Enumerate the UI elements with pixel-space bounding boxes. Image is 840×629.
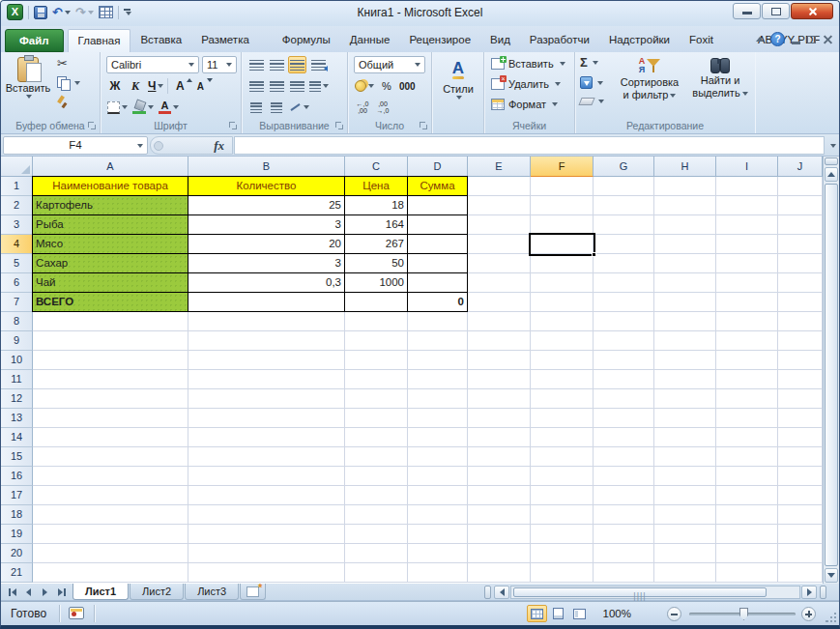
font-family-select[interactable]: Calibri bbox=[106, 56, 199, 73]
cell-E7[interactable] bbox=[468, 293, 531, 312]
cell-F19[interactable] bbox=[531, 525, 594, 544]
tab-Данные[interactable]: Данные bbox=[340, 29, 400, 52]
cell-I3[interactable] bbox=[716, 215, 778, 235]
sum-cell[interactable] bbox=[408, 235, 468, 254]
cell-G11[interactable] bbox=[594, 370, 654, 389]
sheet-tab-Лист2[interactable]: Лист2 bbox=[130, 584, 184, 600]
cell-I1[interactable] bbox=[716, 177, 778, 196]
cell-C18[interactable] bbox=[345, 505, 408, 525]
tab-Разметка ст[interactable]: Разметка ст bbox=[191, 29, 273, 52]
minimize-ribbon-icon[interactable] bbox=[756, 37, 764, 42]
cell-F13[interactable] bbox=[531, 409, 594, 428]
underline-button[interactable]: Ч bbox=[147, 77, 164, 95]
table-header-cell[interactable]: Наименование товара bbox=[33, 177, 188, 196]
cell-J18[interactable] bbox=[778, 505, 823, 525]
cell-G9[interactable] bbox=[594, 331, 654, 351]
quantity-cell[interactable]: 3 bbox=[188, 254, 345, 273]
clear-button[interactable] bbox=[580, 98, 604, 105]
cell-F16[interactable] bbox=[531, 467, 594, 486]
cell-B20[interactable] bbox=[188, 544, 345, 563]
row-header-14[interactable]: 14 bbox=[1, 428, 33, 447]
cell-I13[interactable] bbox=[716, 409, 778, 428]
product-name-cell[interactable]: Рыба bbox=[33, 215, 188, 235]
row-header-10[interactable]: 10 bbox=[1, 351, 33, 370]
cell-A9[interactable] bbox=[33, 331, 188, 351]
row-header-15[interactable]: 15 bbox=[1, 447, 33, 467]
align-left-button[interactable] bbox=[247, 77, 265, 95]
format-cells-button[interactable]: Формат bbox=[491, 99, 558, 110]
cell-C15[interactable] bbox=[345, 447, 408, 467]
price-cell[interactable] bbox=[345, 293, 408, 312]
tab-Надстройки[interactable]: Надстройки bbox=[599, 29, 680, 52]
table-header-cell[interactable]: Цена bbox=[345, 177, 408, 196]
row-header-20[interactable]: 20 bbox=[1, 544, 33, 563]
styles-button[interactable]: А Стили bbox=[437, 57, 479, 117]
name-box[interactable]: F4 bbox=[3, 136, 148, 155]
cell-J5[interactable] bbox=[778, 254, 823, 273]
align-top-button[interactable] bbox=[247, 56, 265, 73]
cell-F11[interactable] bbox=[531, 370, 594, 389]
orientation-button[interactable] bbox=[288, 99, 310, 116]
cell-I9[interactable] bbox=[716, 331, 778, 351]
cell-E10[interactable] bbox=[468, 351, 531, 370]
row-header-13[interactable]: 13 bbox=[1, 409, 33, 428]
cell-J10[interactable] bbox=[778, 351, 823, 370]
cell-B12[interactable] bbox=[188, 389, 345, 409]
cell-C19[interactable] bbox=[345, 525, 408, 544]
borders-button[interactable] bbox=[106, 99, 129, 116]
workbook-restore-icon[interactable] bbox=[807, 36, 816, 43]
cell-E15[interactable] bbox=[468, 447, 531, 467]
formula-input[interactable] bbox=[234, 136, 825, 155]
resize-grip[interactable] bbox=[825, 611, 837, 623]
cell-E12[interactable] bbox=[468, 389, 531, 409]
cell-H13[interactable] bbox=[654, 409, 716, 428]
cell-B18[interactable] bbox=[188, 505, 345, 525]
cell-G4[interactable] bbox=[594, 235, 654, 254]
cell-G10[interactable] bbox=[594, 351, 654, 370]
cell-B16[interactable] bbox=[188, 467, 345, 486]
minimize-button[interactable] bbox=[733, 3, 761, 19]
cell-I7[interactable] bbox=[716, 293, 778, 312]
tab-Вид[interactable]: Вид bbox=[480, 29, 520, 52]
cell-F1[interactable] bbox=[531, 177, 594, 196]
cell-I2[interactable] bbox=[716, 196, 778, 215]
tab-Формулы[interactable]: Формулы bbox=[273, 29, 340, 52]
scroll-up-button[interactable] bbox=[825, 167, 838, 182]
cell-H19[interactable] bbox=[654, 525, 716, 544]
row-header-1[interactable]: 1 bbox=[1, 177, 33, 196]
cell-J14[interactable] bbox=[778, 428, 823, 447]
cell-J7[interactable] bbox=[778, 293, 823, 312]
cell-H12[interactable] bbox=[654, 389, 716, 409]
split-handle[interactable] bbox=[825, 157, 838, 165]
scroll-down-button[interactable] bbox=[825, 568, 838, 583]
cell-J9[interactable] bbox=[778, 331, 823, 351]
cell-B10[interactable] bbox=[188, 351, 345, 370]
cell-F10[interactable] bbox=[531, 351, 594, 370]
cell-A8[interactable] bbox=[33, 312, 188, 331]
cell-B17[interactable] bbox=[188, 486, 345, 505]
cell-H8[interactable] bbox=[654, 312, 716, 331]
cell-E6[interactable] bbox=[468, 273, 531, 293]
cell-D20[interactable] bbox=[408, 544, 468, 563]
dialog-launcher-icon[interactable] bbox=[88, 122, 97, 130]
cell-C10[interactable] bbox=[345, 351, 408, 370]
product-name-cell[interactable]: ВСЕГО bbox=[33, 293, 188, 312]
column-header-B[interactable]: B bbox=[188, 157, 345, 177]
column-header-A[interactable]: A bbox=[33, 157, 188, 177]
cell-B11[interactable] bbox=[188, 370, 345, 389]
cell-G6[interactable] bbox=[594, 273, 654, 293]
sum-cell[interactable] bbox=[408, 273, 468, 293]
product-name-cell[interactable]: Картофель bbox=[33, 196, 188, 215]
bold-button[interactable]: Ж bbox=[106, 77, 124, 95]
row-header-2[interactable]: 2 bbox=[1, 196, 33, 215]
cell-D19[interactable] bbox=[408, 525, 468, 544]
tab-Рецензирое[interactable]: Рецензирое bbox=[399, 29, 480, 52]
cell-H4[interactable] bbox=[654, 235, 716, 254]
cell-H10[interactable] bbox=[654, 351, 716, 370]
cell-B13[interactable] bbox=[188, 409, 345, 428]
cell-G18[interactable] bbox=[594, 505, 654, 525]
row-header-21[interactable]: 21 bbox=[1, 563, 33, 583]
tab-split-handle[interactable] bbox=[484, 586, 491, 599]
cell-E1[interactable] bbox=[468, 177, 531, 196]
column-header-G[interactable]: G bbox=[594, 157, 654, 177]
